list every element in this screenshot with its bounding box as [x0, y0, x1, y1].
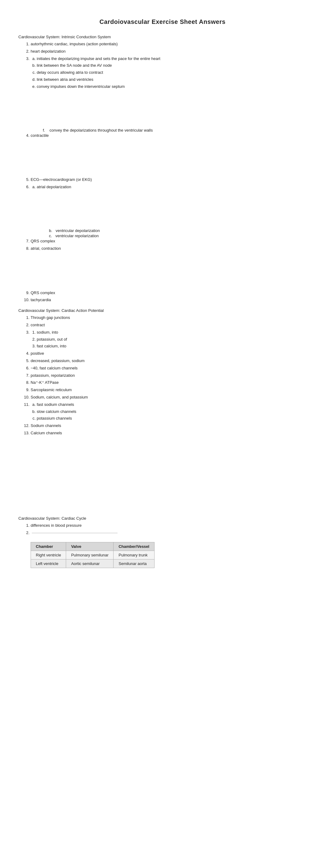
section-cardiac-action: Cardiovascular System: Cardiac Action Po… [19, 308, 306, 436]
list-item: sodium, into potassium, out of fast calc… [31, 329, 306, 349]
intrinsic-list: autorhythmic cardiac, impulses (action p… [31, 41, 306, 90]
list-item: autorhythmic cardiac, impulses (action p… [31, 41, 306, 48]
list-item: slow calcium channels [37, 409, 306, 415]
list-item: initiates the depolarizing impulse and s… [37, 56, 306, 62]
list-item: contractile [31, 132, 306, 139]
cardiac-table: Chamber Valve Chamber/Vessel Right ventr… [31, 542, 155, 568]
list-item-f: f. convey the depolarizations throughout… [43, 128, 306, 132]
list-item: Na⁺-K⁺ ATPase [31, 379, 306, 386]
list-item-6b: b. ventricular depolarization [49, 228, 306, 233]
list-item: Through gap junctions [31, 315, 306, 321]
list-item: sodium, into [37, 329, 306, 336]
image-spacer-1 [19, 91, 306, 128]
list-item: initiates the depolarizing impulse and s… [31, 56, 306, 90]
list-item: contract [31, 322, 306, 329]
blank-line [32, 533, 118, 533]
sub-list-11: fast sodium channels slow calcium channe… [37, 402, 306, 422]
list-item: link between atria and ventricles [37, 76, 306, 83]
list-item: link between the SA node and the AV node [37, 62, 306, 69]
list-item: Calcium channels [31, 430, 306, 436]
list-item: Sodium channels [31, 423, 306, 429]
sub-sub-list-3: sodium, into potassium, out of fast calc… [37, 329, 306, 349]
list-item: potassium channels [37, 415, 306, 422]
sub-list-6: atrial depolarization [37, 184, 306, 190]
table-col-chamber-vessel: Chamber/Vessel [113, 542, 154, 551]
list-item: convey impulses down the interventricula… [37, 84, 306, 90]
table-cell: Left ventricle [31, 559, 66, 568]
sub-list-3: initiates the depolarizing impulse and s… [37, 56, 306, 90]
list-item: tachycardia [31, 297, 306, 303]
list-item: heart depolarization [31, 49, 306, 55]
list-item: atrial depolarization [31, 184, 306, 190]
table-cell: Pulmonary trunk [113, 551, 154, 559]
table-cell: Semilunar aorta [113, 559, 154, 568]
list-item-4-wrapper: contractile [31, 132, 306, 139]
image-spacer-6 [19, 474, 306, 511]
list-item: QRS complex [31, 290, 306, 296]
list-item: fast calcium, into [37, 343, 306, 349]
action-list: Through gap junctions contract sodium, i… [31, 315, 306, 436]
cardiac-table-container: Chamber Valve Chamber/Vessel Right ventr… [31, 542, 306, 568]
list-item: differences in blood pressure [31, 523, 306, 529]
continuation-f: f. convey the depolarizations throughout… [43, 128, 306, 132]
table-row: Left ventricle Aortic semilunar Semiluna… [31, 559, 155, 568]
table-header: Chamber Valve Chamber/Vessel [31, 542, 155, 551]
list-item: QRS complex [31, 238, 306, 245]
list-item: fast sodium channels [37, 402, 306, 408]
list-7-8: QRS complex atrial, contraction [31, 238, 306, 252]
list-item: Sodium, calcium, and potassium [31, 394, 306, 401]
cycle-list: differences in blood pressure [31, 523, 306, 536]
list-item: potassium, out of [37, 336, 306, 343]
list-item: positive [31, 350, 306, 357]
table-col-valve: Valve [66, 542, 113, 551]
table-header-row: Chamber Valve Chamber/Vessel [31, 542, 155, 551]
table-cell: Pulmonary semilunar [66, 551, 113, 559]
section-ecg-cont: b. ventricular depolarization c. ventric… [49, 228, 306, 238]
list-item: delay occurs allowing atria to contract [37, 69, 306, 76]
list-item: potassium, repolarization [31, 372, 306, 379]
table-body: Right ventricle Pulmonary semilunar Pulm… [31, 551, 155, 568]
list-9-10: QRS complex tachycardia [31, 290, 306, 304]
section-intrinsic-conduction: Cardiovascular System: Intrinsic Conduct… [19, 35, 306, 90]
section-ecg: ECG—electrocardiogram (or EKG) atrial de… [19, 177, 306, 190]
section-cardiac-cycle: Cardiovascular System: Cardiac Cycle dif… [19, 516, 306, 536]
page-title: Cardoiovascular Exercise Sheet Answers [19, 18, 306, 25]
list-item: fast sodium channels slow calcium channe… [31, 402, 306, 422]
list-item-6c: c. ventricular repolarization [49, 234, 306, 238]
section-heading-intrinsic: Cardiovascular System: Intrinsic Conduct… [19, 35, 306, 39]
table-cell: Right ventricle [31, 551, 66, 559]
list-item: atrial, contraction [31, 245, 306, 252]
section-heading-cycle: Cardiovascular System: Cardiac Cycle [19, 516, 306, 521]
image-spacer-2 [19, 140, 306, 177]
list-item: ECG—electrocardiogram (or EKG) [31, 177, 306, 183]
image-spacer-3 [19, 192, 306, 228]
ecg-list-5-6: ECG—electrocardiogram (or EKG) atrial de… [31, 177, 306, 190]
list-item [31, 530, 306, 536]
section-heading-action: Cardiovascular System: Cardiac Action Po… [19, 308, 306, 313]
list-item: atrial depolarization [37, 184, 306, 190]
image-spacer-5 [19, 438, 306, 474]
list-item: Sarcoplasmic reticulum [31, 387, 306, 393]
table-row: Right ventricle Pulmonary semilunar Pulm… [31, 551, 155, 559]
list-item: decreased, potassium, sodium [31, 358, 306, 364]
table-cell: Aortic semilunar [66, 559, 113, 568]
list-item: −40, fast calcium channels [31, 365, 306, 372]
table-col-chamber: Chamber [31, 542, 66, 551]
image-spacer-4 [19, 253, 306, 290]
